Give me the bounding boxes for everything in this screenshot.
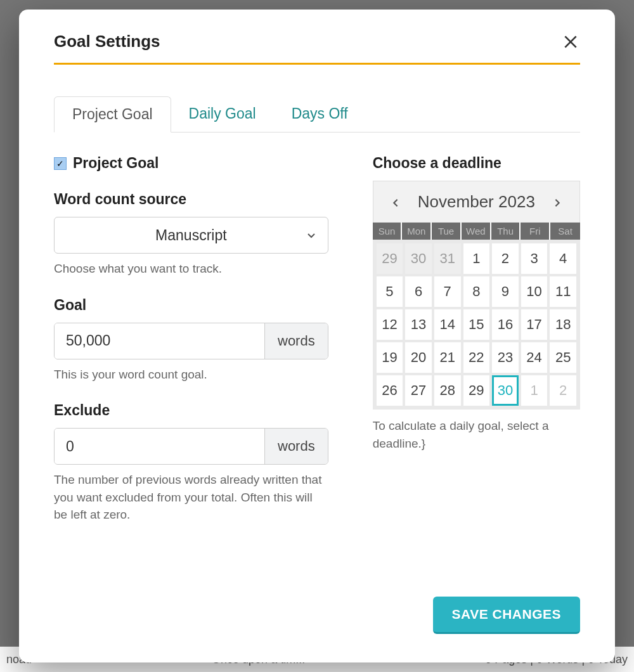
tab-project-goal[interactable]: Project Goal <box>54 96 171 132</box>
calendar-day[interactable]: 22 <box>463 342 490 373</box>
calendar-day[interactable]: 19 <box>377 342 403 373</box>
calendar-dow: Sat <box>550 223 580 240</box>
calendar-day[interactable]: 25 <box>550 342 576 373</box>
goal-helper: This is your word count goal. <box>54 366 328 384</box>
exclude-block: Exclude words The number of previous wor… <box>54 402 328 524</box>
project-goal-checkbox-label: Project Goal <box>73 155 158 172</box>
calendar-header: November 2023 <box>373 181 580 223</box>
goal-settings-modal: Goal Settings Project Goal Daily Goal Da… <box>19 10 615 662</box>
tab-daily-goal[interactable]: Daily Goal <box>171 96 274 132</box>
calendar-grid: 2930311234567891011121314151617181920212… <box>374 241 579 408</box>
right-column: Choose a deadline November 2023 SunMonTu… <box>373 155 580 543</box>
goal-input[interactable] <box>55 323 264 359</box>
calendar-day[interactable]: 30 <box>405 243 432 274</box>
calendar-day[interactable]: 1 <box>463 243 490 274</box>
calendar-day[interactable]: 1 <box>521 375 548 406</box>
calendar-day[interactable]: 5 <box>377 276 403 307</box>
calendar-day[interactable]: 8 <box>463 276 490 307</box>
calendar-day[interactable]: 29 <box>463 375 490 406</box>
calendar-dow: Mon <box>402 223 432 240</box>
exclude-label: Exclude <box>54 402 328 419</box>
calendar-day[interactable]: 7 <box>434 276 461 307</box>
calendar-day[interactable]: 6 <box>405 276 432 307</box>
goal-block: Goal words This is your word count goal. <box>54 297 328 384</box>
save-changes-button[interactable]: SAVE CHANGES <box>433 597 580 634</box>
goal-input-group: words <box>54 323 328 359</box>
word-count-source-block: Word count source Manuscript Choose what… <box>54 191 328 278</box>
calendar-day[interactable]: 26 <box>377 375 403 406</box>
calendar-day[interactable]: 23 <box>492 342 519 373</box>
close-icon <box>562 34 579 50</box>
close-button[interactable] <box>561 32 580 51</box>
calendar-day[interactable]: 20 <box>405 342 432 373</box>
calendar-day[interactable]: 24 <box>521 342 548 373</box>
calendar-dow: Sun <box>373 223 403 240</box>
calendar-prev-button[interactable] <box>386 187 405 217</box>
exclude-helper: The number of previous words already wri… <box>54 471 328 524</box>
calendar-dow: Tue <box>432 223 462 240</box>
calendar-day[interactable]: 4 <box>550 243 576 274</box>
word-count-source-select[interactable]: Manuscript <box>54 217 328 254</box>
calendar-day[interactable]: 13 <box>405 309 432 340</box>
exclude-suffix: words <box>264 429 328 464</box>
project-goal-checkbox[interactable]: ✓ <box>54 157 67 170</box>
calendar-day[interactable]: 29 <box>377 243 403 274</box>
calendar-day[interactable]: 21 <box>434 342 461 373</box>
calendar-day[interactable]: 10 <box>521 276 548 307</box>
chevron-right-icon <box>553 198 562 207</box>
calendar-day[interactable]: 27 <box>405 375 432 406</box>
calendar-dow: Fri <box>521 223 550 240</box>
tab-days-off[interactable]: Days Off <box>274 96 366 132</box>
modal-footer: SAVE CHANGES <box>433 597 580 634</box>
deadline-helper: To calculate a daily goal, select a dead… <box>373 417 580 452</box>
calendar-day[interactable]: 2 <box>492 243 519 274</box>
word-count-source-value: Manuscript <box>155 227 226 244</box>
calendar-day[interactable]: 31 <box>434 243 461 274</box>
calendar-day[interactable]: 12 <box>377 309 403 340</box>
calendar-day[interactable]: 11 <box>550 276 576 307</box>
calendar-day[interactable]: 17 <box>521 309 548 340</box>
calendar-day[interactable]: 9 <box>492 276 519 307</box>
modal-backdrop: noad Once upon a tim... 0 Pages | 0 Word… <box>0 0 634 672</box>
deadline-label: Choose a deadline <box>373 155 580 172</box>
calendar-month-title: November 2023 <box>418 192 535 212</box>
goal-suffix: words <box>264 323 328 359</box>
calendar-next-button[interactable] <box>548 187 567 217</box>
calendar-body: 2930311234567891011121314151617181920212… <box>373 240 580 410</box>
calendar-dow: Wed <box>462 223 491 240</box>
calendar-day[interactable]: 28 <box>434 375 461 406</box>
tab-content: ✓ Project Goal Word count source Manuscr… <box>54 132 580 543</box>
word-count-source-helper: Choose what you want to track. <box>54 260 328 278</box>
goal-label: Goal <box>54 297 328 314</box>
calendar-dow: Thu <box>491 223 521 240</box>
calendar-day[interactable]: 3 <box>521 243 548 274</box>
calendar-day[interactable]: 16 <box>492 309 519 340</box>
calendar-day[interactable]: 2 <box>550 375 576 406</box>
calendar-dow-row: SunMonTueWedThuFriSat <box>373 223 580 240</box>
chevron-down-icon <box>306 227 316 244</box>
exclude-input-group: words <box>54 428 328 465</box>
tab-bar: Project Goal Daily Goal Days Off <box>54 96 580 132</box>
modal-header: Goal Settings <box>54 32 580 65</box>
left-column: ✓ Project Goal Word count source Manuscr… <box>54 155 328 543</box>
word-count-source-label: Word count source <box>54 191 328 208</box>
project-goal-toggle-row: ✓ Project Goal <box>54 155 328 172</box>
calendar-day[interactable]: 18 <box>550 309 576 340</box>
chevron-left-icon <box>391 198 400 207</box>
exclude-input[interactable] <box>55 429 264 464</box>
calendar-day[interactable]: 15 <box>463 309 490 340</box>
calendar-day[interactable]: 14 <box>434 309 461 340</box>
modal-title: Goal Settings <box>54 32 160 51</box>
calendar-day[interactable]: 30 <box>492 375 519 406</box>
